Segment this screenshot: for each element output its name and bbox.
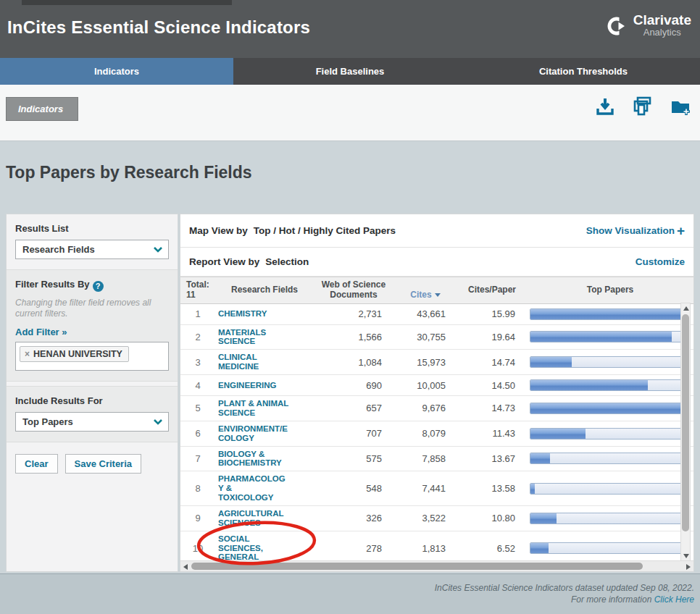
top-papers-bar-track — [530, 542, 683, 554]
cites-value: 43,661 — [393, 308, 457, 319]
filter-label-text: Filter Results By — [15, 279, 90, 290]
research-field-link[interactable]: MATERIALS SCIENCE — [215, 325, 314, 350]
report-view-label: Report View bySelection — [189, 256, 309, 267]
row-rank: 7 — [180, 453, 215, 464]
include-results-label: Include Results For — [15, 395, 169, 406]
row-rank: 9 — [180, 513, 215, 523]
scroll-down-icon[interactable] — [683, 554, 689, 558]
chevron-down-icon — [153, 245, 163, 254]
footer-line2-text: For more information — [571, 594, 651, 605]
research-field-link[interactable]: ENGINEERING — [215, 378, 314, 393]
click-here-link[interactable]: Click Here — [654, 594, 694, 605]
filter-section: Filter Results By? Changing the filter f… — [7, 269, 178, 382]
table-row: 3CLINICAL MEDICINE1,08415,97314.74 — [180, 350, 693, 375]
cites-value: 8,079 — [393, 428, 457, 439]
include-results-section: Include Results For Top Papers — [7, 386, 178, 442]
research-field-link[interactable]: CLINICAL MEDICINE — [215, 350, 314, 374]
research-field-link[interactable]: ENVIRONMENT/E COLOGY — [215, 421, 314, 446]
results-list-section: Results List Research Fields — [7, 214, 178, 269]
map-view-label: Map View byTop / Hot / Highly Cited Pape… — [189, 225, 396, 236]
include-results-select[interactable]: Top Papers — [15, 412, 169, 432]
tab-citation-thresholds[interactable]: Citation Thresholds — [467, 58, 700, 85]
report-view-prefix: Report View by — [189, 256, 259, 267]
footer-line2: For more information Click Here — [0, 594, 694, 606]
footer-line1: InCites Essential Science Indicators dat… — [0, 583, 694, 594]
top-papers-bar-cell — [527, 480, 693, 497]
top-papers-bar-cell — [527, 539, 693, 557]
main-content: Top Papers by Research Fields Results Li… — [0, 141, 700, 573]
row-rank: 1 — [180, 308, 215, 319]
horizontal-scroll-thumb[interactable] — [191, 563, 643, 570]
top-papers-bar-track — [530, 513, 683, 524]
col-cites-sort[interactable]: Cites — [393, 277, 457, 303]
top-papers-bar-cell — [527, 400, 693, 417]
top-papers-bar-cell — [527, 450, 693, 467]
app-header: InCites Essential Science Indicators Cla… — [0, 0, 700, 58]
clear-button[interactable]: Clear — [15, 454, 58, 474]
save-criteria-button[interactable]: Save Criteria — [65, 454, 142, 474]
results-list-select[interactable]: Research Fields — [15, 240, 169, 259]
top-papers-bar-fill — [530, 380, 648, 390]
sidebar-filters: Results List Research Fields Filter Resu… — [6, 214, 178, 572]
filter-chip: × HENAN UNIVERSITY — [20, 346, 129, 362]
add-filter-link[interactable]: Add Filter » — [15, 327, 67, 337]
scroll-right-icon[interactable] — [686, 564, 691, 570]
scroll-left-icon[interactable] — [183, 564, 188, 570]
breadcrumb-indicators[interactable]: Indicators — [6, 97, 78, 121]
research-field-link[interactable]: BIOLOGY & BIOCHEMISTRY — [215, 447, 314, 471]
table-row: 9AGRICULTURAL SCIENCES3263,52210.80 — [180, 506, 693, 531]
horizontal-scrollbar[interactable] — [180, 560, 693, 571]
col-cites-paper: Cites/Paper — [457, 282, 527, 298]
top-papers-bar-track — [530, 453, 683, 464]
wos-documents-value: 575 — [314, 453, 393, 464]
top-papers-bar-cell — [527, 377, 693, 394]
filter-note: Changing the filter field removes all cu… — [15, 298, 169, 319]
wos-documents-value: 690 — [314, 380, 393, 391]
map-view-row: Map View byTop / Hot / Highly Cited Pape… — [180, 214, 693, 248]
top-papers-bar-fill — [530, 309, 683, 319]
tab-field-baselines[interactable]: Field Baselines — [233, 58, 467, 85]
chip-remove-icon[interactable]: × — [25, 350, 30, 358]
cites-per-paper-value: 14.73 — [457, 403, 527, 413]
research-field-link[interactable]: PHARMACOLOG Y & TOXICOLOGY — [215, 471, 314, 505]
top-papers-bar-fill — [530, 332, 672, 342]
row-rank: 4 — [180, 380, 215, 391]
top-papers-bar-track — [530, 379, 683, 391]
row-rank: 5 — [180, 403, 215, 413]
sort-desc-icon — [435, 293, 441, 297]
top-papers-bar-track — [530, 356, 683, 368]
print-icon[interactable] — [632, 96, 654, 117]
scroll-up-icon[interactable] — [683, 306, 689, 311]
vertical-scroll-thumb[interactable] — [682, 314, 689, 531]
cites-value: 7,858 — [393, 453, 457, 464]
cites-value: 9,676 — [393, 403, 457, 413]
filter-input[interactable]: × HENAN UNIVERSITY — [15, 342, 169, 371]
show-visualization-link[interactable]: Show Visualization+ — [586, 223, 685, 239]
research-field-link[interactable]: CHEMISTRY — [215, 306, 314, 321]
total-count: Total: 11 — [180, 277, 215, 303]
col-research-fields: Research Fields — [215, 282, 314, 298]
wos-documents-value: 1,084 — [314, 357, 393, 368]
vertical-scrollbar[interactable] — [680, 303, 691, 562]
download-icon[interactable] — [594, 96, 616, 117]
sidebar-buttons: Clear Save Criteria — [7, 442, 178, 485]
table-row: 5PLANT & ANIMAL SCIENCE6579,67614.73 — [180, 396, 693, 421]
chip-label: HENAN UNIVERSITY — [33, 349, 122, 359]
main-tabbar: IndicatorsField BaselinesCitation Thresh… — [0, 58, 700, 85]
show-visualization-label: Show Visualization — [586, 225, 675, 236]
wos-documents-value: 707 — [314, 428, 393, 439]
col-top-papers: Top Papers — [527, 282, 693, 298]
table-row: 1CHEMISTRY2,73143,66115.99 — [180, 304, 693, 325]
research-field-link[interactable]: PLANT & ANIMAL SCIENCE — [215, 396, 314, 421]
page-footer: InCites Essential Science Indicators dat… — [0, 573, 700, 614]
cites-value: 10,005 — [393, 380, 457, 391]
row-rank: 6 — [180, 428, 215, 439]
help-icon[interactable]: ? — [93, 281, 104, 292]
results-list-value: Research Fields — [22, 244, 95, 255]
toolbar: Indicators — [0, 85, 700, 141]
tab-indicators[interactable]: Indicators — [0, 58, 233, 85]
customize-link[interactable]: Customize — [636, 256, 685, 267]
research-field-link[interactable]: AGRICULTURAL SCIENCES — [215, 506, 314, 531]
folder-add-icon[interactable] — [670, 96, 691, 117]
cites-value: 7,441 — [393, 483, 457, 494]
